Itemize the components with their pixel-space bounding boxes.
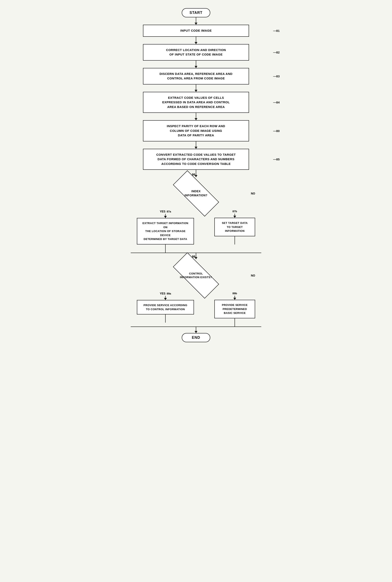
end-node: END xyxy=(182,333,210,342)
decision-88: CONTROL INFORMATION EXISTS? xyxy=(124,259,268,292)
branch-88-section: YES 89a PROVIDE SERVICE ACCORDING TO CON… xyxy=(124,292,268,333)
ref-83: —83 xyxy=(273,75,280,78)
node-84: EXTRACT CODE VALUES OF CELLS EXPRESSED I… xyxy=(143,92,249,113)
arrow-3 xyxy=(196,61,196,68)
branch-yes-87a: YES 87a EXTRACT TARGET INFORMATION ON TH… xyxy=(133,210,198,253)
ref-82: —82 xyxy=(273,51,280,54)
step-85-wrapper: CONVERT EXTRACTED CODE VALUES TO TARGET … xyxy=(124,149,268,170)
no-label-88: NO xyxy=(251,274,255,277)
arrow-6 xyxy=(196,141,196,149)
step-84-wrapper: EXTRACT CODE VALUES OF CELLS EXPRESSED I… xyxy=(124,92,268,113)
branch-yes-89a: YES 89a PROVIDE SERVICE ACCORDING TO CON… xyxy=(133,292,198,323)
decision-86-wrapper: 86 INDEX INFORMATION? NO xyxy=(124,177,268,210)
arrow-1 xyxy=(196,17,196,25)
start-wrapper: START xyxy=(124,8,268,17)
ref-87a: 87a xyxy=(167,210,171,213)
merge-87b xyxy=(234,236,235,244)
node-89a: PROVIDE SERVICE ACCORDING TO CONTROL INF… xyxy=(137,300,194,314)
merge-89b xyxy=(234,318,235,326)
ref-80: —80 xyxy=(273,129,280,133)
node-81: INPUT CODE IMAGE xyxy=(143,25,249,37)
step-83-wrapper: DISCERN DATA AREA, REFERENCE AREA AND CO… xyxy=(124,68,268,85)
arrow-merge-down xyxy=(196,253,196,259)
node-89b: PROVIDE SERVICE PREDETERMINED BASIC SERV… xyxy=(214,300,255,318)
node-80: INSPECT PARITY OF EACH ROW AND COLUMN OF… xyxy=(143,120,249,141)
ref-81: —81 xyxy=(273,29,280,33)
node-82: CORRECT LOCATION AND DIRECTION OF INPUT … xyxy=(143,44,249,61)
step-80-wrapper: INSPECT PARITY OF EACH ROW AND COLUMN OF… xyxy=(124,120,268,141)
arrow-2 xyxy=(196,37,196,44)
flowchart: START INPUT CODE IMAGE —81 CORRECT LOCAT… xyxy=(124,8,268,574)
arrow-4 xyxy=(196,85,196,92)
branch-no-89b: 89b PROVIDE SERVICE PREDETERMINED BASIC … xyxy=(210,292,259,326)
start-node: START xyxy=(182,8,210,17)
arrow-89b-top xyxy=(234,296,235,300)
ref-84: —84 xyxy=(273,101,280,104)
merge-89a xyxy=(165,314,166,323)
decision-86: INDEX INFORMATION? xyxy=(124,177,268,210)
arrow-merge-down-88 xyxy=(196,327,196,333)
arrow-5 xyxy=(196,113,196,120)
arrow-89a-top xyxy=(165,296,166,300)
no-label-86: NO xyxy=(251,192,255,195)
node-83: DISCERN DATA AREA, REFERENCE AREA AND CO… xyxy=(143,68,249,85)
arrow-7 xyxy=(196,170,196,177)
branch-86-section: YES 87a EXTRACT TARGET INFORMATION ON TH… xyxy=(124,210,268,259)
ref-89b: 89b xyxy=(232,292,237,295)
branch-row-88: YES 89a PROVIDE SERVICE ACCORDING TO CON… xyxy=(124,292,268,326)
decision-88-wrapper: 88 CONTROL INFORMATION EXISTS? NO xyxy=(124,259,268,292)
branch-row-86: YES 87a EXTRACT TARGET INFORMATION ON TH… xyxy=(124,210,268,253)
arrow-87b-top xyxy=(234,214,235,218)
step-81-wrapper: INPUT CODE IMAGE —81 xyxy=(124,25,268,37)
merge-87a xyxy=(165,244,166,253)
node-87b: SET TARGET DATA TO TARGET INFORMATION xyxy=(214,218,255,236)
node-85: CONVERT EXTRACTED CODE VALUES TO TARGET … xyxy=(143,149,249,170)
end-wrapper: END xyxy=(124,333,268,342)
ref-85: —85 xyxy=(273,158,280,161)
node-87a: EXTRACT TARGET INFORMATION ON THE LOCATI… xyxy=(137,218,194,244)
arrow-87a-top xyxy=(165,214,166,218)
yes-label-88: YES xyxy=(160,292,166,295)
branch-no-87b: 87b SET TARGET DATA TO TARGET INFORMATIO… xyxy=(210,210,259,244)
step-82-wrapper: CORRECT LOCATION AND DIRECTION OF INPUT … xyxy=(124,44,268,61)
ref-87b: 87b xyxy=(232,210,237,213)
yes-label-86: YES xyxy=(160,210,166,213)
ref-89a: 89a xyxy=(167,292,171,295)
